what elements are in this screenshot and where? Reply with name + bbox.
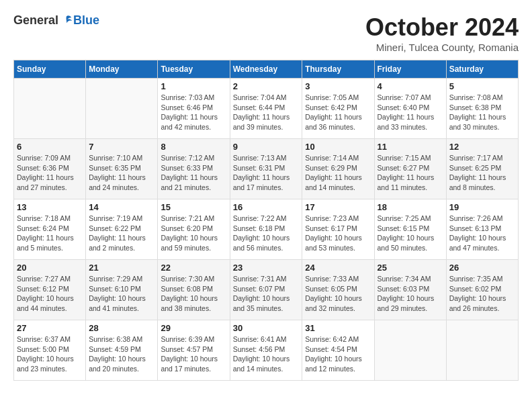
day-of-week-header: Saturday [446,60,518,79]
day-number: 4 [378,81,443,91]
day-number: 13 [17,202,83,212]
calendar-cell: 5Sunrise: 7:08 AM Sunset: 6:38 PM Daylig… [446,79,518,139]
calendar-cell: 19Sunrise: 7:26 AM Sunset: 6:13 PM Dayli… [446,199,518,260]
day-of-week-header: Monday [86,60,158,79]
day-info: Sunrise: 7:17 AM Sunset: 6:25 PM Dayligh… [449,153,515,193]
day-number: 5 [449,81,515,91]
calendar-cell: 30Sunrise: 6:41 AM Sunset: 4:56 PM Dayli… [230,320,302,381]
day-number: 15 [161,202,226,212]
day-info: Sunrise: 7:04 AM Sunset: 6:44 PM Dayligh… [233,93,300,132]
calendar-cell: 24Sunrise: 7:33 AM Sunset: 6:05 PM Dayli… [302,260,374,320]
calendar-cell [446,320,518,381]
calendar-cell: 8Sunrise: 7:12 AM Sunset: 6:33 PM Daylig… [158,139,230,199]
day-number: 30 [233,323,300,333]
day-number: 12 [449,142,515,152]
day-number: 29 [161,323,226,333]
day-number: 26 [449,263,515,273]
day-info: Sunrise: 6:39 AM Sunset: 4:57 PM Dayligh… [161,334,226,374]
day-number: 6 [17,142,83,152]
day-info: Sunrise: 7:19 AM Sunset: 6:22 PM Dayligh… [89,214,154,253]
calendar-cell: 11Sunrise: 7:15 AM Sunset: 6:27 PM Dayli… [374,139,446,199]
day-of-week-header: Wednesday [230,60,302,79]
calendar-cell: 14Sunrise: 7:19 AM Sunset: 6:22 PM Dayli… [86,199,158,260]
day-number: 24 [305,263,371,273]
logo-general-text: General [13,13,58,28]
day-info: Sunrise: 6:37 AM Sunset: 5:00 PM Dayligh… [17,334,83,374]
day-number: 23 [233,263,300,273]
day-info: Sunrise: 7:05 AM Sunset: 6:42 PM Dayligh… [305,93,371,132]
calendar-cell: 20Sunrise: 7:27 AM Sunset: 6:12 PM Dayli… [14,260,86,320]
calendar-cell: 6Sunrise: 7:09 AM Sunset: 6:36 PM Daylig… [14,139,86,199]
day-info: Sunrise: 7:12 AM Sunset: 6:33 PM Dayligh… [161,153,226,193]
calendar-cell: 12Sunrise: 7:17 AM Sunset: 6:25 PM Dayli… [446,139,518,199]
day-info: Sunrise: 7:14 AM Sunset: 6:29 PM Dayligh… [305,153,371,193]
calendar-cell: 25Sunrise: 7:34 AM Sunset: 6:03 PM Dayli… [374,260,446,320]
calendar-cell: 10Sunrise: 7:14 AM Sunset: 6:29 PM Dayli… [302,139,374,199]
day-of-week-header: Thursday [302,60,374,79]
day-number: 16 [233,202,300,212]
day-info: Sunrise: 7:22 AM Sunset: 6:18 PM Dayligh… [233,214,300,253]
day-info: Sunrise: 7:09 AM Sunset: 6:36 PM Dayligh… [17,153,83,193]
day-number: 20 [17,263,83,273]
day-number: 27 [17,323,83,333]
calendar-cell [86,79,158,139]
days-of-week-row: SundayMondayTuesdayWednesdayThursdayFrid… [14,60,519,79]
day-info: Sunrise: 7:30 AM Sunset: 6:08 PM Dayligh… [161,274,226,314]
day-info: Sunrise: 7:31 AM Sunset: 6:07 PM Dayligh… [233,274,300,314]
day-of-week-header: Sunday [14,60,86,79]
calendar-body: 1Sunrise: 7:03 AM Sunset: 6:46 PM Daylig… [14,79,519,381]
day-info: Sunrise: 7:34 AM Sunset: 6:03 PM Dayligh… [378,274,443,314]
calendar-cell: 21Sunrise: 7:29 AM Sunset: 6:10 PM Dayli… [86,260,158,320]
day-number: 3 [305,81,371,91]
calendar-cell: 3Sunrise: 7:05 AM Sunset: 6:42 PM Daylig… [302,79,374,139]
day-number: 11 [378,142,443,152]
day-info: Sunrise: 7:26 AM Sunset: 6:13 PM Dayligh… [449,214,515,253]
calendar-cell: 31Sunrise: 6:42 AM Sunset: 4:54 PM Dayli… [302,320,374,381]
day-info: Sunrise: 7:15 AM Sunset: 6:27 PM Dayligh… [378,153,443,193]
day-number: 9 [233,142,300,152]
day-number: 17 [305,202,371,212]
calendar-cell: 22Sunrise: 7:30 AM Sunset: 6:08 PM Dayli… [158,260,230,320]
calendar-cell: 28Sunrise: 6:38 AM Sunset: 4:59 PM Dayli… [86,320,158,381]
page-header: General Blue October 2024 Mineri, Tulcea… [13,13,519,53]
day-info: Sunrise: 7:13 AM Sunset: 6:31 PM Dayligh… [233,153,300,193]
calendar-week-row: 20Sunrise: 7:27 AM Sunset: 6:12 PM Dayli… [14,260,519,320]
logo-bird-icon [60,14,73,28]
calendar-week-row: 6Sunrise: 7:09 AM Sunset: 6:36 PM Daylig… [14,139,519,199]
day-info: Sunrise: 7:27 AM Sunset: 6:12 PM Dayligh… [17,274,83,314]
calendar-week-row: 13Sunrise: 7:18 AM Sunset: 6:24 PM Dayli… [14,199,519,260]
logo-blue-text: Blue [73,13,99,28]
day-number: 22 [161,263,226,273]
day-info: Sunrise: 7:35 AM Sunset: 6:02 PM Dayligh… [449,274,515,314]
day-number: 31 [305,323,371,333]
title-section: October 2024 Mineri, Tulcea County, Roma… [365,13,519,53]
calendar-cell: 16Sunrise: 7:22 AM Sunset: 6:18 PM Dayli… [230,199,302,260]
month-title: October 2024 [365,13,519,42]
day-number: 21 [89,263,154,273]
day-of-week-header: Friday [374,60,446,79]
calendar-cell: 26Sunrise: 7:35 AM Sunset: 6:02 PM Dayli… [446,260,518,320]
day-number: 8 [161,142,226,152]
day-info: Sunrise: 7:21 AM Sunset: 6:20 PM Dayligh… [161,214,226,253]
day-number: 1 [161,81,226,91]
calendar-cell: 13Sunrise: 7:18 AM Sunset: 6:24 PM Dayli… [14,199,86,260]
logo: General Blue [13,13,99,28]
day-info: Sunrise: 7:23 AM Sunset: 6:17 PM Dayligh… [305,214,371,253]
day-number: 28 [89,323,154,333]
day-number: 2 [233,81,300,91]
calendar-cell: 1Sunrise: 7:03 AM Sunset: 6:46 PM Daylig… [158,79,230,139]
calendar-cell [374,320,446,381]
calendar-cell: 27Sunrise: 6:37 AM Sunset: 5:00 PM Dayli… [14,320,86,381]
calendar-week-row: 27Sunrise: 6:37 AM Sunset: 5:00 PM Dayli… [14,320,519,381]
location-subtitle: Mineri, Tulcea County, Romania [365,42,519,53]
calendar-cell: 2Sunrise: 7:04 AM Sunset: 6:44 PM Daylig… [230,79,302,139]
day-info: Sunrise: 7:08 AM Sunset: 6:38 PM Dayligh… [449,93,515,132]
calendar-cell: 7Sunrise: 7:10 AM Sunset: 6:35 PM Daylig… [86,139,158,199]
day-number: 18 [378,202,443,212]
calendar-cell: 23Sunrise: 7:31 AM Sunset: 6:07 PM Dayli… [230,260,302,320]
calendar-week-row: 1Sunrise: 7:03 AM Sunset: 6:46 PM Daylig… [14,79,519,139]
day-number: 10 [305,142,371,152]
day-info: Sunrise: 7:07 AM Sunset: 6:40 PM Dayligh… [378,93,443,132]
calendar-cell: 4Sunrise: 7:07 AM Sunset: 6:40 PM Daylig… [374,79,446,139]
day-number: 25 [378,263,443,273]
